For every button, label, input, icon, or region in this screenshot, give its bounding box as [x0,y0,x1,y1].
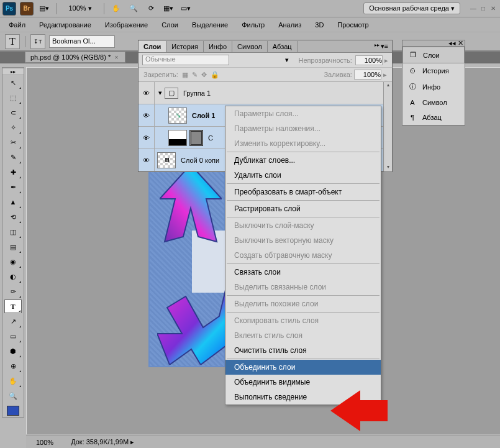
healing-tool[interactable]: ✚ [4,165,22,179]
stamp-tool[interactable]: ▲ [4,195,22,209]
panel-tab-info[interactable]: Инфо [204,41,232,52]
layer-thumbnail[interactable]: ✥ [157,152,176,168]
magic-wand-tool[interactable]: ✧ [4,121,22,134]
visibility-icon[interactable]: 👁 [143,134,150,142]
menu-3d[interactable]: 3D [312,20,326,30]
lasso-tool[interactable]: ⊂ [4,106,22,119]
arrange-docs-icon[interactable]: ▦▾ [161,2,175,16]
foreground-color[interactable] [7,406,19,416]
fill-input[interactable] [354,70,381,80]
visibility-icon[interactable]: 👁 [143,157,150,164]
hand-tool-icon[interactable]: ✋ [109,2,123,16]
screen-mode-icon[interactable]: ▭▾ [179,2,193,16]
ps-logo-icon[interactable]: Ps [2,2,16,16]
context-menu-item[interactable]: Объединить слои [225,360,381,375]
panel-tab-para[interactable]: Абзац [268,41,298,52]
layer-name[interactable]: Слой 0 копи [181,157,219,164]
hand-tool[interactable]: ✋ [4,374,22,388]
visibility-icon[interactable]: 👁 [143,112,150,119]
path-select-tool[interactable]: ↗ [4,314,22,328]
panels-dropdown-item[interactable]: ❐Слои [402,47,465,63]
visibility-icon[interactable]: 👁 [143,89,150,97]
bridge-logo-icon[interactable]: Br [20,2,34,16]
pen-tool[interactable]: ✑ [4,285,22,298]
panels-dropdown-item[interactable]: ⏲История [402,63,465,78]
menu-layer[interactable]: Слои [159,20,181,30]
move-tool[interactable]: ↖ [4,76,22,89]
blend-mode-select[interactable]: Обычные [142,55,229,65]
font-family-select[interactable]: Bookman Ol... [49,35,115,48]
status-zoom[interactable]: 100% [32,439,57,446]
context-menu-item[interactable]: Объединить видимые [225,375,381,390]
menu-edit[interactable]: Редактирование [37,20,94,30]
dodge-tool[interactable]: ◐ [4,270,22,283]
maximize-button[interactable]: □ [479,4,488,13]
shape-tool[interactable]: ▭ [4,329,22,343]
status-doc-size[interactable]: Док: 358,9K/1,99M ▸ [67,438,138,446]
layer-group-row[interactable]: 👁 ▾ ▢ Группа 1 [139,82,392,104]
panel-menu-icon[interactable]: ▾≡ [381,42,388,50]
lock-image-icon[interactable]: ✎ [192,71,198,79]
layer-name[interactable]: С [208,134,213,142]
minimize-button[interactable]: — [469,4,478,13]
workspace-switcher[interactable]: Основная рабочая среда ▾ [363,2,460,14]
rotate-view-icon[interactable]: ⟳ [144,2,158,16]
mask-thumbnail[interactable] [189,130,203,146]
panels-dropdown-item[interactable]: ¶Абзац [402,110,465,125]
document-tab[interactable]: ph.psd @ 100% (RGB/8) * × [25,52,125,63]
history-brush-tool[interactable]: ⟲ [4,210,22,224]
eyedropper-tool[interactable]: ✎ [4,150,22,164]
tool-preset-icon[interactable]: T [5,34,20,49]
gradient-tool[interactable]: ▤ [4,240,22,254]
close-tab-icon[interactable]: × [114,53,118,61]
menu-filter[interactable]: Фильтр [239,20,267,30]
context-menu-item[interactable]: Преобразовать в смарт-объект [225,185,381,199]
layer-thumbnail[interactable] [168,130,187,146]
lock-transparency-icon[interactable]: ▦ [182,71,188,79]
context-menu-item[interactable]: Дубликат слоев... [225,153,381,168]
document-canvas[interactable] [148,158,225,367]
context-menu-item[interactable]: Растрировать слой [225,201,381,216]
scroll-up-icon[interactable]: ▴ [384,82,392,89]
lock-position-icon[interactable]: ✥ [201,71,207,79]
panel-tab-char[interactable]: Символ [232,41,268,52]
layer-name[interactable]: Группа 1 [183,89,211,97]
menu-select[interactable]: Выделение [189,20,230,30]
panels-dropdown-item[interactable]: ⓘИнфо [402,78,465,95]
layer-name[interactable]: Слой 1 [192,112,215,119]
dropdown-collapse-icon[interactable]: ◂◂ ✕ [448,39,463,47]
context-menu-item[interactable]: Удалить слои [225,168,381,183]
panels-dropdown-item[interactable]: AСимвол [402,95,465,110]
context-menu-item[interactable]: Связать слои [225,265,381,280]
close-button[interactable]: ✕ [489,4,498,13]
opacity-input[interactable] [355,55,383,65]
menu-view[interactable]: Просмотр [335,20,371,30]
panel-collapse-icon[interactable]: ▸▸ [375,42,380,50]
expand-icon[interactable]: ▾ [158,89,162,97]
panel-collapse-icon[interactable]: ▸▸ [8,69,18,75]
scroll-down-icon[interactable]: ▾ [384,164,392,171]
panel-tab-layers[interactable]: Слои [139,41,166,52]
menu-analysis[interactable]: Анализ [276,20,304,30]
crop-tool[interactable]: ✂ [4,135,22,149]
3d-camera-tool[interactable]: ⊕ [4,359,22,373]
mini-bridge-icon[interactable]: ▤▾ [37,2,51,16]
text-orientation-icon[interactable]: ↧T [30,34,45,49]
layer-thumbnail[interactable]: ↘ [168,107,187,124]
type-tool[interactable]: T [4,299,22,313]
layers-scrollbar[interactable]: ▴ ▾ [383,82,392,171]
eraser-tool[interactable]: ◫ [4,225,22,239]
main-menu: Файл Редактирование Изображение Слои Выд… [0,17,500,32]
menu-image[interactable]: Изображение [102,20,150,30]
zoom-dropdown[interactable]: 100% ▾ [61,4,99,12]
zoom-tool-icon[interactable]: 🔍 [127,2,140,16]
lock-all-icon[interactable]: 🔒 [211,71,219,79]
panel-tab-history[interactable]: История [166,41,204,52]
zoom-tool-panel[interactable]: 🔍 [4,389,22,403]
context-menu-item[interactable]: Очистить стиль слоя [225,343,381,358]
menu-file[interactable]: Файл [6,20,28,30]
marquee-tool[interactable]: ⬚ [4,91,22,104]
3d-tool[interactable]: ⬢ [4,344,22,358]
blur-tool[interactable]: ◉ [4,255,22,268]
brush-tool[interactable]: ✒ [4,180,22,194]
